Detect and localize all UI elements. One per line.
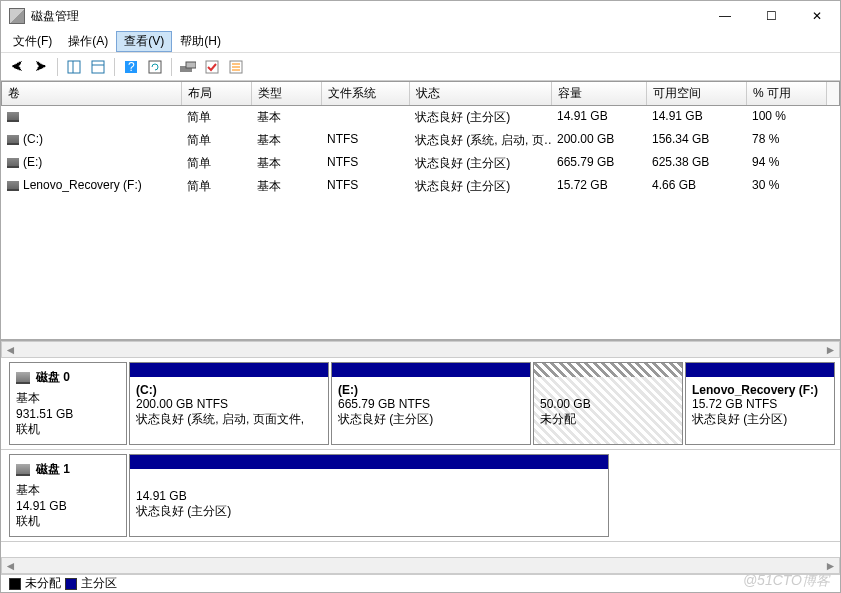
menubar: 文件(F) 操作(A) 查看(V) 帮助(H) (1, 31, 840, 53)
back-button[interactable]: ⮜ (5, 56, 29, 78)
col-volume[interactable]: 卷 (2, 82, 182, 105)
col-fs[interactable]: 文件系统 (322, 82, 410, 105)
disk-list-icon[interactable] (176, 56, 200, 78)
settings-icon[interactable] (224, 56, 248, 78)
svg-rect-8 (186, 62, 196, 68)
check-icon[interactable] (200, 56, 224, 78)
menu-file[interactable]: 文件(F) (5, 31, 60, 52)
table-row[interactable]: (E:)简单基本NTFS状态良好 (主分区)665.79 GB625.38 GB… (1, 152, 840, 175)
svg-rect-2 (92, 61, 104, 73)
col-status[interactable]: 状态 (410, 82, 552, 105)
svg-rect-6 (149, 61, 161, 73)
volume-icon (7, 112, 19, 122)
disk-row: 磁盘 1基本14.91 GB联机14.91 GB状态良好 (主分区) (1, 450, 840, 542)
partition[interactable]: (C:)200.00 GB NTFS状态良好 (系统, 启动, 页面文件, (129, 362, 329, 445)
partition-header-bar (130, 363, 328, 377)
volume-list-pane: 卷 布局 类型 文件系统 状态 容量 可用空间 % 可用 简单基本状态良好 (主… (1, 81, 840, 341)
partition-header-bar (332, 363, 530, 377)
toolbar: ⮜ ⮞ ? (1, 53, 840, 81)
disk-graphical-pane: 磁盘 0基本931.51 GB联机(C:)200.00 GB NTFS状态良好 … (1, 358, 840, 557)
col-type[interactable]: 类型 (252, 82, 322, 105)
help-icon[interactable]: ? (119, 56, 143, 78)
svg-text:?: ? (128, 60, 135, 74)
watermark: @51CTO博客 (743, 572, 830, 590)
volume-rows: 简单基本状态良好 (主分区)14.91 GB14.91 GB100 %(C:)简… (1, 106, 840, 339)
table-row[interactable]: Lenovo_Recovery (F:)简单基本NTFS状态良好 (主分区)15… (1, 175, 840, 198)
h-scrollbar[interactable]: ◄ ► (1, 341, 840, 358)
partition[interactable]: Lenovo_Recovery (F:)15.72 GB NTFS状态良好 (主… (685, 362, 835, 445)
disk-icon (16, 372, 30, 384)
table-row[interactable]: 简单基本状态良好 (主分区)14.91 GB14.91 GB100 % (1, 106, 840, 129)
titlebar: 磁盘管理 — ☐ ✕ (1, 1, 840, 31)
partition[interactable]: 50.00 GB未分配 (533, 362, 683, 445)
panel-icon[interactable] (62, 56, 86, 78)
window-title: 磁盘管理 (31, 8, 702, 25)
volume-icon (7, 158, 19, 168)
col-capacity[interactable]: 容量 (552, 82, 647, 105)
scroll-left-icon[interactable]: ◄ (2, 558, 19, 573)
maximize-button[interactable]: ☐ (748, 1, 794, 31)
legend-unalloc-swatch (9, 578, 21, 590)
h-scrollbar-bottom[interactable]: ◄ ► (1, 557, 840, 574)
scroll-left-icon[interactable]: ◄ (2, 342, 19, 357)
scroll-right-icon[interactable]: ► (822, 558, 839, 573)
col-free[interactable]: 可用空间 (647, 82, 747, 105)
toolbar-sep (57, 58, 58, 76)
col-pct[interactable]: % 可用 (747, 82, 827, 105)
refresh-icon[interactable] (143, 56, 167, 78)
menu-view[interactable]: 查看(V) (116, 31, 172, 52)
partition-header-bar (534, 363, 682, 377)
disk-icon (16, 464, 30, 476)
legend-unalloc-label: 未分配 (25, 575, 61, 592)
disk-row: 磁盘 0基本931.51 GB联机(C:)200.00 GB NTFS状态良好 … (1, 358, 840, 450)
show-hide-icon[interactable] (86, 56, 110, 78)
scroll-right-icon[interactable]: ► (822, 342, 839, 357)
forward-button[interactable]: ⮞ (29, 56, 53, 78)
menu-action[interactable]: 操作(A) (60, 31, 116, 52)
table-row[interactable]: (C:)简单基本NTFS状态良好 (系统, 启动, 页…200.00 GB156… (1, 129, 840, 152)
disk-header[interactable]: 磁盘 1基本14.91 GB联机 (9, 454, 127, 537)
partition[interactable]: (E:)665.79 GB NTFS状态良好 (主分区) (331, 362, 531, 445)
legend-primary-label: 主分区 (81, 575, 117, 592)
toolbar-sep (114, 58, 115, 76)
volume-icon (7, 181, 19, 191)
partition-header-bar (130, 455, 608, 469)
partition-header-bar (686, 363, 834, 377)
svg-rect-0 (68, 61, 80, 73)
column-headers: 卷 布局 类型 文件系统 状态 容量 可用空间 % 可用 (1, 81, 840, 106)
legend: 未分配 主分区 (1, 574, 840, 592)
menu-help[interactable]: 帮助(H) (172, 31, 229, 52)
close-button[interactable]: ✕ (794, 1, 840, 31)
legend-primary-swatch (65, 578, 77, 590)
partition[interactable]: 14.91 GB状态良好 (主分区) (129, 454, 609, 537)
app-icon (9, 8, 25, 24)
volume-icon (7, 135, 19, 145)
col-layout[interactable]: 布局 (182, 82, 252, 105)
disk-header[interactable]: 磁盘 0基本931.51 GB联机 (9, 362, 127, 445)
svg-rect-9 (206, 61, 218, 73)
minimize-button[interactable]: — (702, 1, 748, 31)
toolbar-sep (171, 58, 172, 76)
